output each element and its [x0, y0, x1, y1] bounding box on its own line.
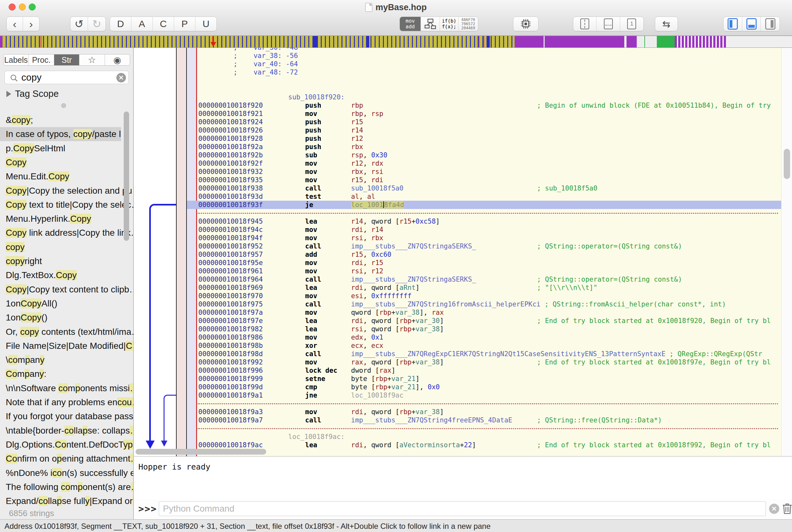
tab-proc[interactable]: Proc.: [29, 55, 54, 65]
listing-line[interactable]: 000000010018f9a7callimp___stubs___ZN7QSt…: [187, 416, 781, 424]
listing-line[interactable]: 000000010018f992movrax, qword [rbp+var_3…: [187, 358, 781, 366]
string-list-item[interactable]: In case of typos, copy/paste lice…: [0, 127, 121, 141]
listing-line[interactable]: 000000010018f924pushr15: [187, 118, 781, 126]
trash-icon[interactable]: [782, 502, 792, 515]
string-list-item[interactable]: Menu.Edit.Copy: [0, 170, 133, 184]
sidebar-scrollbar-thumb[interactable]: [124, 112, 129, 241]
mode-button-d[interactable]: D: [110, 17, 131, 31]
listing-line[interactable]: 000000010018f986movedx, 0x1: [187, 333, 781, 342]
listing-line[interactable]: 000000010018f99dcmpbyte [rbp+var_21], 0x…: [187, 383, 781, 391]
listing-line[interactable]: 000000010018f926pushr14: [187, 126, 781, 134]
listing-line[interactable]: 000000010018f957addr15, 0xc60: [187, 250, 781, 259]
splitter-handle[interactable]: [61, 103, 66, 108]
mode-button-p[interactable]: P: [174, 17, 196, 31]
mode-button-u[interactable]: U: [196, 17, 217, 31]
string-list-item[interactable]: 1onCopy(): [0, 310, 133, 325]
binary-navigation-bar[interactable]: [0, 36, 792, 48]
string-list-item[interactable]: 1onCopyAll(): [0, 297, 133, 310]
assembly-view-button[interactable]: movadd: [400, 17, 421, 31]
listing-line[interactable]: 000000010018f982learsi, qword [rbp+var_3…: [187, 325, 781, 333]
undo-button[interactable]: ↺: [71, 17, 88, 31]
listing-line[interactable]: 000000010018f98dcallimp___stubs___ZN7QRe…: [187, 350, 781, 358]
toggle-bottom-panel-button[interactable]: [742, 17, 761, 31]
cfg-graph-view-button[interactable]: [421, 17, 440, 31]
tab-star-icon[interactable]: ☆: [79, 55, 105, 65]
listing-line[interactable]: 000000010018f95emovrdi, r15: [187, 259, 781, 267]
listing-line[interactable]: 000000010018f9a3movrdi, qword [rbp+var_3…: [187, 408, 781, 416]
hex-view-button[interactable]: 486F70706572204469: [459, 17, 478, 31]
tab-radio-icon[interactable]: ◉: [105, 55, 130, 65]
string-list-item[interactable]: Dlg.Options.Content.DefDocTyp…: [0, 438, 133, 452]
vertical-scrollbar[interactable]: [781, 48, 792, 456]
listing-line[interactable]: 000000010018f952callimp___stubs___ZN7QSt…: [187, 242, 781, 250]
string-list-item[interactable]: Copy|Copy text content to clipb…: [0, 283, 133, 297]
search-field[interactable]: ✕: [4, 71, 129, 84]
listing-line[interactable]: 000000010018f94fmovrsi, rbx: [187, 234, 781, 242]
tag-scope-disclosure[interactable]: Tag Scope: [6, 89, 59, 99]
redo-button[interactable]: ↻: [88, 17, 106, 31]
search-input[interactable]: [21, 72, 114, 83]
back-button[interactable]: ‹: [7, 17, 23, 31]
listing-var[interactable]: ; var_48: -72: [187, 68, 781, 76]
string-list-item[interactable]: &copy;: [0, 113, 133, 127]
string-list-item[interactable]: Copy link address|Copy the link…: [0, 226, 133, 240]
single-view-button[interactable]: 1: [620, 17, 643, 31]
string-list-item[interactable]: Note that if any problems encou…: [0, 395, 133, 410]
listing-line[interactable]: 000000010018f969leardi, qword [aRnt]; "[…: [187, 284, 781, 292]
cpu-button[interactable]: [513, 17, 538, 31]
listing-var[interactable]: ; var_40: -64: [187, 60, 781, 68]
string-list-item[interactable]: Menu.Hyperlink.Copy: [0, 212, 133, 226]
listing-line[interactable]: 000000010018f932movrbx, rsi: [187, 168, 781, 176]
listing-line[interactable]: 000000010018f975callimp___stubs___ZN7QSt…: [187, 300, 781, 308]
toggle-left-panel-button[interactable]: [723, 17, 742, 31]
listing-line[interactable]: 000000010018f97amovqword [rbp+var_38], r…: [187, 308, 781, 317]
listing-line[interactable]: 000000010018f935movr15, rdi: [187, 176, 781, 184]
string-list-item[interactable]: Company:: [0, 367, 133, 381]
zoom-window-button[interactable]: [29, 3, 36, 11]
listing-line[interactable]: 000000010018f928pushr12: [187, 134, 781, 143]
listing-line[interactable]: 000000010018f93dtestal, al: [187, 192, 781, 201]
clear-console-icon[interactable]: ✕: [769, 504, 779, 514]
string-list-item[interactable]: p.CopySelHtml: [0, 141, 133, 155]
listing-line[interactable]: 000000010018f97eleardi, qword [rbp+var_3…: [187, 317, 781, 325]
listing-line[interactable]: 000000010018f921movrbp, rsp: [187, 110, 781, 118]
string-list-item[interactable]: copy: [0, 240, 133, 254]
pseudocode-view-button[interactable]: if(b)f(x);: [440, 17, 459, 31]
string-list-item[interactable]: Copy: [0, 155, 133, 170]
listing-line[interactable]: 000000010018f9acleardi, qword [aVectormi…: [187, 441, 781, 449]
listing-line[interactable]: 000000010018f93fjeloc_10018fa4d: [187, 201, 781, 209]
python-command-input[interactable]: [159, 501, 766, 516]
clear-search-icon[interactable]: ✕: [116, 73, 126, 82]
swap-panes-button[interactable]: ⇆: [655, 17, 678, 31]
string-list-item[interactable]: Or, copy contents (text/html/ima…: [0, 325, 133, 339]
listing-var[interactable]: ; var_30: -48: [187, 48, 781, 52]
disassembly-pane[interactable]: ; var_30: -48; var_38: -56; var_40: -64;…: [134, 48, 781, 456]
toggle-right-panel-button[interactable]: [761, 17, 779, 31]
tab-labels[interactable]: Labels: [3, 55, 29, 65]
listing-line[interactable]: 000000010018f945lear14, qword [r15+0xc58…: [187, 217, 781, 226]
listing-var[interactable]: ; var_38: -56: [187, 52, 781, 60]
string-list-item[interactable]: \company: [0, 353, 133, 367]
listing-line[interactable]: 000000010018f964callimp___stubs___ZN7QSt…: [187, 275, 781, 284]
minimize-window-button[interactable]: [19, 3, 26, 11]
string-list-item[interactable]: File Name|Size|Date Modified|C…: [0, 339, 133, 353]
listing-line[interactable]: 000000010018f996lock decdword [rax]: [187, 366, 781, 375]
listing-line[interactable]: 000000010018f999setnebyte [rbp+var_21]: [187, 375, 781, 383]
listing-label[interactable]: sub_10018f920:: [187, 93, 781, 101]
sidebar-divider[interactable]: [133, 48, 134, 519]
split-vertical-button[interactable]: [573, 17, 596, 31]
listing-line[interactable]: 000000010018f98bxorecx, ecx: [187, 342, 781, 350]
string-list-item[interactable]: Copy|Copy the selection and pu…: [0, 184, 133, 198]
listing-line[interactable]: 000000010018f92apushrbx: [187, 143, 781, 151]
string-list-item[interactable]: \ntable{border-collapse: collaps…: [0, 424, 133, 438]
listing-line[interactable]: 000000010018f920pushrbp; Begin of unwind…: [187, 101, 781, 110]
string-list-item[interactable]: The following component(s) are…: [0, 480, 133, 494]
split-horizontal-button[interactable]: [596, 17, 620, 31]
forward-button[interactable]: ›: [23, 17, 39, 31]
string-list-item[interactable]: Expand/collapse fully|Expand or…: [0, 494, 133, 508]
string-list-item[interactable]: %nDone% icon(s) successfully e…: [0, 466, 133, 480]
string-list-item[interactable]: Copy text to title|Copy the selec…: [0, 198, 133, 212]
vertical-scrollbar-thumb[interactable]: [784, 149, 790, 179]
listing-line[interactable]: 000000010018f961movrsi, r12: [187, 267, 781, 275]
string-list-item[interactable]: \n\nSoftware components missi…: [0, 381, 133, 395]
